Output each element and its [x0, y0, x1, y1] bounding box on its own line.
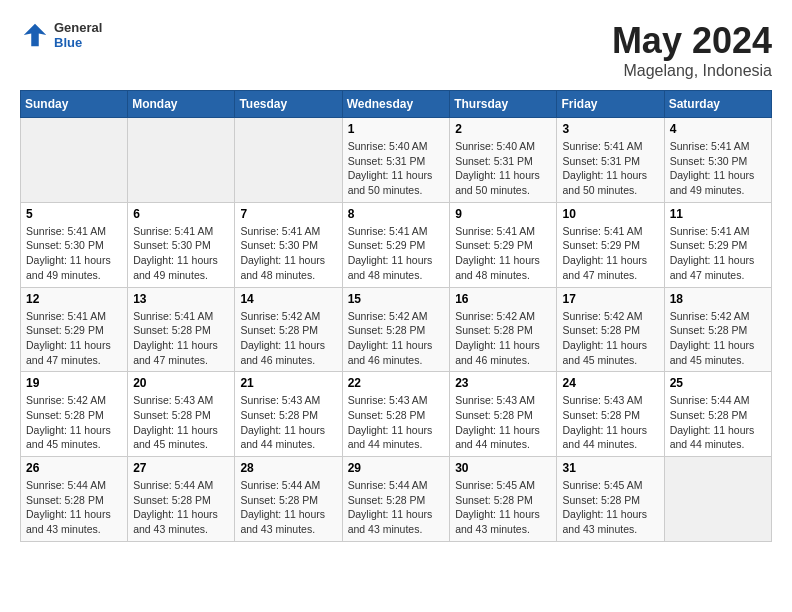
day-info: Sunrise: 5:44 AMSunset: 5:28 PMDaylight:… [240, 478, 336, 537]
day-number: 26 [26, 461, 122, 475]
day-number: 23 [455, 376, 551, 390]
day-info: Sunrise: 5:42 AMSunset: 5:28 PMDaylight:… [240, 309, 336, 368]
day-info: Sunrise: 5:43 AMSunset: 5:28 PMDaylight:… [240, 393, 336, 452]
day-number: 5 [26, 207, 122, 221]
day-number: 8 [348, 207, 445, 221]
calendar-cell: 4Sunrise: 5:41 AMSunset: 5:30 PMDaylight… [664, 118, 771, 203]
day-info: Sunrise: 5:41 AMSunset: 5:29 PMDaylight:… [670, 224, 766, 283]
weekday-header: Sunday [21, 91, 128, 118]
calendar-cell: 14Sunrise: 5:42 AMSunset: 5:28 PMDayligh… [235, 287, 342, 372]
calendar-cell [664, 457, 771, 542]
weekday-header: Tuesday [235, 91, 342, 118]
calendar-cell: 10Sunrise: 5:41 AMSunset: 5:29 PMDayligh… [557, 202, 664, 287]
calendar-cell [128, 118, 235, 203]
calendar-table: SundayMondayTuesdayWednesdayThursdayFrid… [20, 90, 772, 542]
calendar-cell: 27Sunrise: 5:44 AMSunset: 5:28 PMDayligh… [128, 457, 235, 542]
day-number: 29 [348, 461, 445, 475]
location: Magelang, Indonesia [612, 62, 772, 80]
day-info: Sunrise: 5:43 AMSunset: 5:28 PMDaylight:… [133, 393, 229, 452]
calendar-cell: 6Sunrise: 5:41 AMSunset: 5:30 PMDaylight… [128, 202, 235, 287]
day-number: 28 [240, 461, 336, 475]
day-info: Sunrise: 5:42 AMSunset: 5:28 PMDaylight:… [562, 309, 658, 368]
logo-text: General Blue [54, 20, 102, 50]
calendar-cell: 8Sunrise: 5:41 AMSunset: 5:29 PMDaylight… [342, 202, 450, 287]
day-info: Sunrise: 5:42 AMSunset: 5:28 PMDaylight:… [455, 309, 551, 368]
day-number: 31 [562, 461, 658, 475]
calendar-cell: 7Sunrise: 5:41 AMSunset: 5:30 PMDaylight… [235, 202, 342, 287]
calendar-week-row: 5Sunrise: 5:41 AMSunset: 5:30 PMDaylight… [21, 202, 772, 287]
day-info: Sunrise: 5:45 AMSunset: 5:28 PMDaylight:… [455, 478, 551, 537]
day-info: Sunrise: 5:41 AMSunset: 5:29 PMDaylight:… [26, 309, 122, 368]
day-info: Sunrise: 5:43 AMSunset: 5:28 PMDaylight:… [455, 393, 551, 452]
calendar-cell: 2Sunrise: 5:40 AMSunset: 5:31 PMDaylight… [450, 118, 557, 203]
day-number: 11 [670, 207, 766, 221]
calendar-cell [21, 118, 128, 203]
calendar-cell: 28Sunrise: 5:44 AMSunset: 5:28 PMDayligh… [235, 457, 342, 542]
weekday-header: Thursday [450, 91, 557, 118]
calendar-cell: 31Sunrise: 5:45 AMSunset: 5:28 PMDayligh… [557, 457, 664, 542]
day-number: 22 [348, 376, 445, 390]
day-info: Sunrise: 5:44 AMSunset: 5:28 PMDaylight:… [133, 478, 229, 537]
day-info: Sunrise: 5:41 AMSunset: 5:30 PMDaylight:… [26, 224, 122, 283]
calendar-header: SundayMondayTuesdayWednesdayThursdayFrid… [21, 91, 772, 118]
weekday-header: Friday [557, 91, 664, 118]
day-number: 12 [26, 292, 122, 306]
day-info: Sunrise: 5:41 AMSunset: 5:29 PMDaylight:… [348, 224, 445, 283]
day-info: Sunrise: 5:44 AMSunset: 5:28 PMDaylight:… [670, 393, 766, 452]
day-info: Sunrise: 5:40 AMSunset: 5:31 PMDaylight:… [455, 139, 551, 198]
weekday-header: Saturday [664, 91, 771, 118]
calendar-cell: 30Sunrise: 5:45 AMSunset: 5:28 PMDayligh… [450, 457, 557, 542]
calendar-week-row: 26Sunrise: 5:44 AMSunset: 5:28 PMDayligh… [21, 457, 772, 542]
title-block: May 2024 Magelang, Indonesia [612, 20, 772, 80]
calendar-cell: 19Sunrise: 5:42 AMSunset: 5:28 PMDayligh… [21, 372, 128, 457]
day-number: 10 [562, 207, 658, 221]
weekday-row: SundayMondayTuesdayWednesdayThursdayFrid… [21, 91, 772, 118]
page-header: General Blue May 2024 Magelang, Indonesi… [20, 20, 772, 80]
day-info: Sunrise: 5:42 AMSunset: 5:28 PMDaylight:… [26, 393, 122, 452]
day-number: 13 [133, 292, 229, 306]
calendar-cell: 21Sunrise: 5:43 AMSunset: 5:28 PMDayligh… [235, 372, 342, 457]
weekday-header: Wednesday [342, 91, 450, 118]
calendar-cell: 17Sunrise: 5:42 AMSunset: 5:28 PMDayligh… [557, 287, 664, 372]
day-info: Sunrise: 5:43 AMSunset: 5:28 PMDaylight:… [562, 393, 658, 452]
day-number: 24 [562, 376, 658, 390]
calendar-cell: 22Sunrise: 5:43 AMSunset: 5:28 PMDayligh… [342, 372, 450, 457]
month-title: May 2024 [612, 20, 772, 62]
calendar-week-row: 12Sunrise: 5:41 AMSunset: 5:29 PMDayligh… [21, 287, 772, 372]
day-number: 1 [348, 122, 445, 136]
calendar-cell: 1Sunrise: 5:40 AMSunset: 5:31 PMDaylight… [342, 118, 450, 203]
calendar-week-row: 19Sunrise: 5:42 AMSunset: 5:28 PMDayligh… [21, 372, 772, 457]
calendar-cell [235, 118, 342, 203]
day-info: Sunrise: 5:44 AMSunset: 5:28 PMDaylight:… [26, 478, 122, 537]
calendar-cell: 24Sunrise: 5:43 AMSunset: 5:28 PMDayligh… [557, 372, 664, 457]
calendar-cell: 16Sunrise: 5:42 AMSunset: 5:28 PMDayligh… [450, 287, 557, 372]
day-info: Sunrise: 5:41 AMSunset: 5:29 PMDaylight:… [455, 224, 551, 283]
calendar-cell: 3Sunrise: 5:41 AMSunset: 5:31 PMDaylight… [557, 118, 664, 203]
day-info: Sunrise: 5:41 AMSunset: 5:31 PMDaylight:… [562, 139, 658, 198]
day-number: 9 [455, 207, 551, 221]
logo-icon [20, 20, 50, 50]
calendar-cell: 25Sunrise: 5:44 AMSunset: 5:28 PMDayligh… [664, 372, 771, 457]
day-info: Sunrise: 5:42 AMSunset: 5:28 PMDaylight:… [670, 309, 766, 368]
day-number: 14 [240, 292, 336, 306]
day-number: 4 [670, 122, 766, 136]
day-number: 16 [455, 292, 551, 306]
day-number: 21 [240, 376, 336, 390]
day-info: Sunrise: 5:41 AMSunset: 5:29 PMDaylight:… [562, 224, 658, 283]
calendar-cell: 5Sunrise: 5:41 AMSunset: 5:30 PMDaylight… [21, 202, 128, 287]
day-info: Sunrise: 5:43 AMSunset: 5:28 PMDaylight:… [348, 393, 445, 452]
day-info: Sunrise: 5:44 AMSunset: 5:28 PMDaylight:… [348, 478, 445, 537]
day-number: 7 [240, 207, 336, 221]
calendar-cell: 11Sunrise: 5:41 AMSunset: 5:29 PMDayligh… [664, 202, 771, 287]
calendar-cell: 18Sunrise: 5:42 AMSunset: 5:28 PMDayligh… [664, 287, 771, 372]
day-number: 19 [26, 376, 122, 390]
day-number: 3 [562, 122, 658, 136]
calendar-cell: 12Sunrise: 5:41 AMSunset: 5:29 PMDayligh… [21, 287, 128, 372]
day-number: 18 [670, 292, 766, 306]
day-number: 15 [348, 292, 445, 306]
day-number: 20 [133, 376, 229, 390]
calendar-cell: 26Sunrise: 5:44 AMSunset: 5:28 PMDayligh… [21, 457, 128, 542]
calendar-body: 1Sunrise: 5:40 AMSunset: 5:31 PMDaylight… [21, 118, 772, 542]
day-info: Sunrise: 5:41 AMSunset: 5:30 PMDaylight:… [240, 224, 336, 283]
calendar-cell: 23Sunrise: 5:43 AMSunset: 5:28 PMDayligh… [450, 372, 557, 457]
